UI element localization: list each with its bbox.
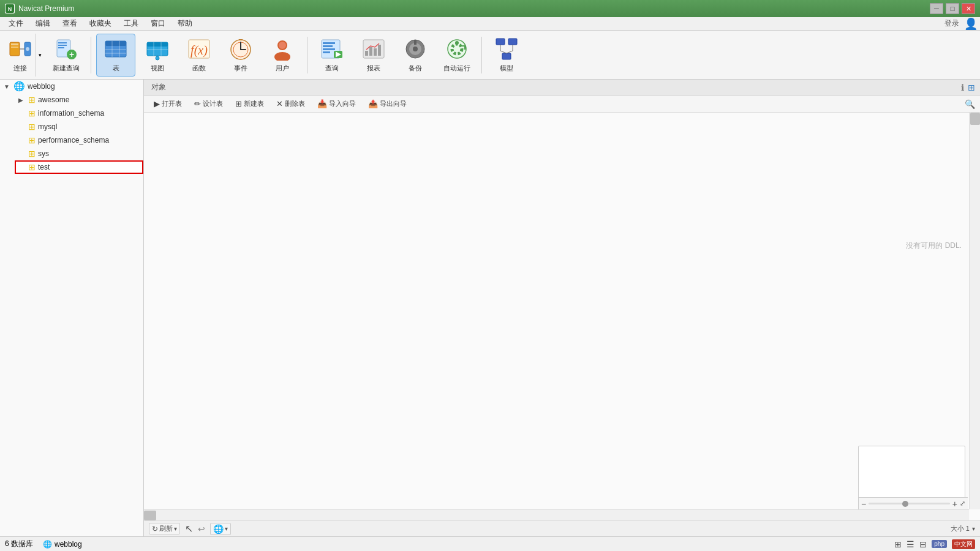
list-view-icon[interactable]: ☰: [907, 539, 914, 549]
detail-view-icon[interactable]: ⊟: [919, 539, 927, 549]
grid-view-icon[interactable]: ⊞: [894, 539, 902, 549]
user-button[interactable]: 用户: [263, 34, 302, 77]
svg-rect-9: [58, 42, 67, 43]
new-table-button[interactable]: ⊞ 新建表: [230, 98, 269, 110]
open-table-button[interactable]: ▶ 打开表: [149, 98, 187, 110]
menu-favorites[interactable]: 收藏夹: [83, 17, 118, 30]
svg-line-61: [500, 51, 507, 53]
tree-label-perf: performance_schema: [38, 136, 109, 144]
menu-help[interactable]: 帮助: [172, 17, 198, 30]
zoom-expand-button[interactable]: ⤢: [960, 500, 965, 508]
scrollbar-horizontal[interactable]: [144, 509, 969, 520]
scrollbar-vertical[interactable]: [969, 113, 980, 509]
table-button[interactable]: 表: [96, 34, 135, 77]
autorun-icon: [445, 37, 469, 61]
content-area: 对象 ℹ ⊞ ▶ 打开表 ✏ 设计表 ⊞ 新建表 ✕ 删除表: [144, 80, 980, 536]
autorun-button[interactable]: 自动运行: [437, 34, 477, 77]
export-label: 导出向导: [380, 99, 407, 108]
grid-toggle-icon[interactable]: ⊞: [968, 83, 975, 92]
globe-dropdown[interactable]: ▾: [225, 525, 228, 532]
sidebar: ▼ 🌐 webblog ▶ ⊞ awesome ⊞ information_sc…: [0, 80, 144, 536]
content-body: 没有可用的 DDL. − + ⤢: [144, 113, 980, 520]
menu-file[interactable]: 文件: [2, 17, 29, 30]
backup-icon: [403, 37, 428, 61]
svg-rect-58: [502, 53, 511, 59]
svg-rect-52: [414, 40, 417, 45]
event-button[interactable]: 事件: [221, 34, 260, 77]
user-icon: [270, 37, 295, 61]
zoom-in-button[interactable]: +: [952, 499, 957, 509]
globe-icon[interactable]: 🌐: [213, 524, 224, 534]
connect-button[interactable]: 连接: [5, 34, 36, 77]
zoom-knob[interactable]: [902, 501, 908, 507]
db-icon-test: ⊞: [28, 162, 36, 172]
db-icon-awesome: ⊞: [28, 95, 36, 105]
svg-point-36: [279, 42, 286, 49]
refresh-group: ↻ 刷新 ▾: [149, 523, 180, 534]
tree-item-sys[interactable]: ⊞ sys: [15, 147, 143, 160]
design-table-label: 设计表: [203, 99, 223, 108]
connect-dropdown-arrow[interactable]: ▾: [36, 34, 44, 77]
ddl-empty-message: 没有可用的 DDL.: [906, 241, 962, 251]
tree-item-test[interactable]: ⊞ test: [15, 160, 143, 174]
query-button[interactable]: ▶ 查询: [312, 34, 352, 77]
report-icon: [361, 37, 386, 61]
tree-item-awesome[interactable]: ▶ ⊞ awesome: [15, 93, 143, 107]
svg-rect-56: [496, 39, 505, 45]
tree-label-awesome: awesome: [38, 96, 69, 104]
event-label: 事件: [234, 64, 247, 73]
action-toolbar: ▶ 打开表 ✏ 设计表 ⊞ 新建表 ✕ 删除表 📥 导入向导 📤 导出向导: [144, 96, 980, 113]
tree-item-mysql[interactable]: ⊞ mysql: [15, 120, 143, 133]
close-button[interactable]: ✕: [962, 3, 975, 14]
table-label: 表: [113, 64, 119, 73]
tree-root-webblog[interactable]: ▼ 🌐 webblog: [0, 80, 143, 93]
scroll-thumb-h[interactable]: [144, 511, 156, 520]
new-query-button[interactable]: + 新建查询: [47, 34, 86, 77]
design-table-button[interactable]: ✏ 设计表: [189, 98, 228, 110]
report-button[interactable]: 报表: [354, 34, 393, 77]
menu-view[interactable]: 查看: [56, 17, 83, 30]
titlebar-left: N Navicat Premium: [5, 4, 74, 13]
refresh-dropdown[interactable]: ▾: [174, 525, 177, 532]
tab-objects[interactable]: 对象: [144, 80, 173, 95]
refresh-label[interactable]: 刷新: [159, 524, 173, 533]
tree-root-label: webblog: [28, 82, 55, 91]
menu-edit[interactable]: 编辑: [29, 17, 56, 30]
delete-table-button[interactable]: ✕ 删除表: [271, 98, 310, 110]
export-button[interactable]: 📤 导出向导: [363, 98, 412, 110]
svg-rect-57: [508, 39, 517, 45]
statusbar: 6 数据库 🌐 webblog ⊞ ☰ ⊟ php 中文网: [0, 536, 980, 551]
tab-objects-label: 对象: [151, 82, 166, 92]
menubar: 文件 编辑 查看 收藏夹 工具 窗口 帮助 登录 👤: [0, 17, 980, 31]
db-icon-mysql: ⊞: [28, 122, 36, 132]
svg-rect-40: [323, 48, 335, 50]
menu-tools[interactable]: 工具: [118, 17, 145, 30]
zoom-slider[interactable]: [869, 503, 950, 504]
import-button[interactable]: 📥 导入向导: [312, 98, 361, 110]
info-icon[interactable]: ℹ: [961, 83, 964, 92]
zoom-out-button[interactable]: −: [861, 499, 866, 509]
view-button[interactable]: 视图: [138, 34, 177, 77]
connect-icon: [8, 37, 32, 61]
undo-icon[interactable]: ↩: [198, 524, 205, 534]
menu-window[interactable]: 窗口: [145, 17, 172, 30]
login-link[interactable]: 登录: [944, 18, 959, 29]
new-query-label: 新建查询: [53, 64, 80, 73]
tree-item-information-schema[interactable]: ⊞ information_schema: [15, 107, 143, 120]
scroll-thumb-v[interactable]: [970, 113, 980, 125]
maximize-button[interactable]: □: [946, 3, 959, 14]
size-group: 大小 1 ▾: [951, 524, 975, 533]
tree-item-performance-schema[interactable]: ⊞ performance_schema: [15, 133, 143, 147]
function-label: 函数: [192, 64, 206, 73]
svg-text:+: +: [69, 50, 74, 59]
svg-rect-21: [147, 42, 168, 47]
svg-rect-41: [323, 51, 330, 53]
open-table-icon: ▶: [154, 99, 160, 108]
search-icon[interactable]: 🔍: [965, 99, 975, 109]
model-button[interactable]: 模型: [487, 34, 526, 77]
size-dropdown[interactable]: ▾: [972, 525, 975, 532]
select-tool-icon[interactable]: ↖: [185, 523, 193, 534]
backup-button[interactable]: 备份: [396, 34, 435, 77]
minimize-button[interactable]: ─: [930, 3, 943, 14]
function-button[interactable]: f(x) 函数: [179, 34, 219, 77]
